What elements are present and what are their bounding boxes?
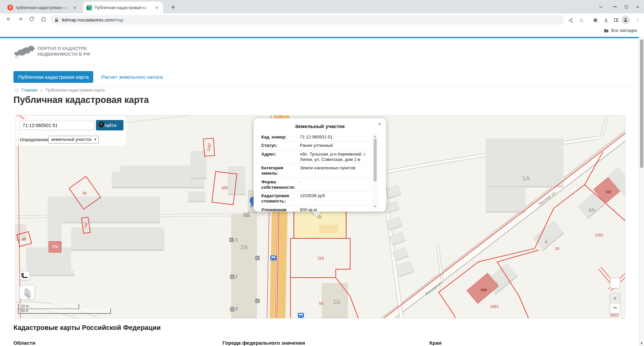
popup-row: Адрес:обл. Тульская, р-н Киреевский, г. … [261,150,372,164]
map-label: 56 [319,301,324,305]
popup-row-label: Форма собственности: [261,179,300,190]
map-label: 1 [235,237,238,242]
profile-avatar[interactable] [621,15,630,24]
map-zoom-control: + − [610,293,620,313]
window-restore-button[interactable] [623,4,629,9]
popup-row: Уточненная площадь:600 кв.м [261,206,372,212]
popup-row: Категория земель:Земли населенных пункто… [261,164,372,178]
browser-menu-kebab-icon[interactable]: ⋮ [634,16,641,24]
popup-row-label: Кад. номер: [261,134,300,140]
back-icon[interactable] [5,16,13,24]
object-type-select[interactable]: земельный участок ▾ [48,136,99,143]
forward-icon[interactable] [16,16,24,24]
entrance-marker-icon: ▸ [229,238,234,242]
map-label: 1Б [333,298,340,306]
popup-row-label: Кадастровая стоимость: [261,193,300,204]
map-label: 169 [221,186,227,190]
chevron-down-icon: ▾ [94,137,96,141]
mouse-cursor [99,122,104,127]
new-tab-button[interactable]: + [169,3,177,11]
map[interactable]: ▸ ▸ ▸ ▸ ▸ 655840770118716951153561613511… [15,115,626,319]
entrance-marker-icon: ▸ [255,256,260,260]
side-panel-icon[interactable] [612,16,620,24]
map-label: 3 [495,282,498,288]
tab-public-cadastral-map[interactable]: Публичная кадастровая карта [13,71,93,83]
window-minimize-button[interactable] [612,4,618,9]
window-menu-icon[interactable] [598,4,604,9]
window-close-button[interactable]: × [635,4,641,9]
popup-row: Кадастровая стоимость:1153536 руб [261,192,372,206]
divider [600,29,600,34]
map-label: 3 [235,306,238,311]
footer-column-oblasti: Области [13,340,35,346]
popup-row: Статус:Ранее учтенный [261,141,372,150]
scroll-down-icon[interactable]: ▼ [373,205,377,208]
browser-tab-active[interactable]: Публичная кадастровая ка × [83,2,163,13]
popup-row-label: Категория земель: [261,165,300,176]
zoom-in-button[interactable]: + [610,293,620,303]
cadastral-number-input[interactable] [19,121,94,130]
entrance-marker-icon: ▸ [230,307,234,311]
tab-close-icon[interactable]: × [154,5,160,10]
bus-stop-icon [298,313,304,318]
share-icon[interactable] [567,16,574,24]
bookmarks-bar: Все закладки [0,26,644,37]
popup-row-value: обл. Тульская, р-н Киреевский, г. Липки,… [300,152,372,163]
zoom-out-button[interactable]: − [610,303,620,313]
popup-row-value: 600 кв.м [300,207,317,212]
map-label: 1581 [490,304,499,308]
map-label: 51 [318,215,322,219]
browser-toolbar: ik8map.roscadastres.com/map ☆ ⋮ [0,13,644,26]
breadcrumb-current: Публичная кадастровая карта [46,88,105,93]
scrollbar-thumb[interactable] [374,138,377,181]
popup-row: Кад. номер:71:12:060501:51 [261,133,372,141]
reload-icon[interactable] [28,16,36,24]
scroll-down-icon[interactable]: ▼ [639,342,644,345]
breadcrumb: Главная ▸ Публичная кадастровая карта [15,87,105,93]
scale-imperial: 50 ft [18,308,111,314]
map-label: 309 [481,288,487,292]
layers-button[interactable] [19,285,35,300]
browser-tab-inactive[interactable]: Я публичная кадастровая ка × [4,2,81,13]
divider [13,86,631,86]
map-label: 4 [545,239,548,245]
home-icon[interactable] [40,16,48,24]
address-bar[interactable]: ik8map.roscadastres.com/map [50,15,564,24]
popup-row: Форма собственности:- [261,178,372,192]
entrance-marker-icon: ▸ [230,275,234,279]
breadcrumb-home[interactable]: Главная [21,88,38,93]
entrance-marker-icon: ▸ [255,299,260,303]
download-icon[interactable] [602,16,610,24]
parcel-info-popup: Земельный участок × Кад. номер:71:12:060… [254,118,386,212]
map-label: 1351 [595,233,603,237]
railway-crossing-icon [244,213,250,217]
extensions-puzzle-icon[interactable] [592,16,599,24]
scrollbar-thumb[interactable] [640,40,643,168]
url-text: ik8map.roscadastres.com/map [62,17,123,22]
popup-scrollbar[interactable]: ▲ ▼ [373,134,378,209]
filter-label: Определение: [20,137,50,142]
map-label: 1А [522,175,530,182]
map-label: 65 [83,191,87,195]
site-accent-line [0,37,644,38]
close-icon[interactable]: × [377,121,382,127]
popup-row-value: 71:12:060501:51 [300,134,333,140]
popup-row-value: Ранее учтенный [300,143,333,148]
footer-heading: Кадастровые карты Российской Федерации [13,324,161,332]
folder-icon [604,28,609,33]
tab-close-icon[interactable]: × [72,5,78,10]
map-label: 1612 [610,313,619,317]
map-label: 16 [555,246,559,250]
bus-stop-icon [270,255,276,261]
bookmark-star-icon[interactable]: ☆ [578,16,585,24]
scroll-up-icon[interactable]: ▲ [373,135,377,137]
footer-column-federal-cities: Города федерального значения [222,340,305,346]
measure-tool-button[interactable] [20,271,30,280]
tab-land-tax-calc[interactable]: Расчет земельного налога [101,74,163,80]
footer-column-kraya: Края [429,340,442,346]
page-scrollbar[interactable]: ▼ [639,37,644,346]
all-bookmarks-button[interactable]: Все закладки [604,28,637,33]
map-extra-button[interactable] [610,278,620,288]
popup-row-label: Статус: [261,143,300,148]
pin-icon [14,88,19,93]
